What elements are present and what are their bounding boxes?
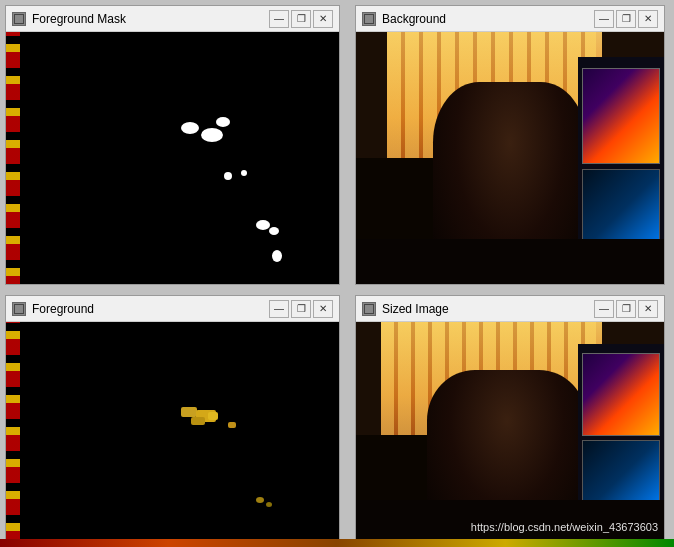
sized-image-content: https://blog.csdn.net/weixin_43673603 — [356, 322, 664, 539]
sized-image-titlebar: Sized Image — ❐ ✕ — [356, 296, 664, 322]
background-camera — [356, 32, 664, 284]
foreground-title: Foreground — [32, 302, 269, 316]
fg-spot-6 — [256, 497, 264, 503]
sized-image-title: Sized Image — [382, 302, 594, 316]
svg-rect-1 — [15, 15, 23, 23]
foreground-icon — [12, 302, 26, 316]
mask-spot-3 — [216, 117, 230, 127]
background-window: Background — ❐ ✕ — [355, 5, 665, 285]
background-minimize-button[interactable]: — — [594, 10, 614, 28]
mask-spot-8 — [272, 250, 282, 262]
background-icon — [362, 12, 376, 26]
fg-spot-1 — [181, 407, 197, 417]
background-titlebar: Background — ❐ ✕ — [356, 6, 664, 32]
sized-image-camera: https://blog.csdn.net/weixin_43673603 — [356, 322, 664, 539]
svg-rect-3 — [365, 15, 373, 23]
foreground-mask-close-button[interactable]: ✕ — [313, 10, 333, 28]
foreground-mask-restore-button[interactable]: ❐ — [291, 10, 311, 28]
mask-spot-4 — [224, 172, 232, 180]
mask-spot-1 — [181, 122, 199, 134]
fg-sidebar-strip — [6, 322, 20, 539]
mask-spot-5 — [241, 170, 247, 176]
foreground-close-button[interactable]: ✕ — [313, 300, 333, 318]
sized-image-restore-button[interactable]: ❐ — [616, 300, 636, 318]
foreground-mask-titlebar: Foreground Mask — ❐ ✕ — [6, 6, 339, 32]
foreground-titlebar: Foreground — ❐ ✕ — [6, 296, 339, 322]
foreground-mask-content — [6, 32, 339, 284]
left-sidebar-strip — [6, 32, 20, 284]
watermark: https://blog.csdn.net/weixin_43673603 — [471, 521, 658, 533]
svg-rect-5 — [15, 305, 23, 313]
background-title: Background — [382, 12, 594, 26]
mask-spot-6 — [256, 220, 270, 230]
background-close-button[interactable]: ✕ — [638, 10, 658, 28]
sized-image-controls: — ❐ ✕ — [594, 300, 658, 318]
fg-spot-4 — [208, 412, 218, 420]
background-controls: — ❐ ✕ — [594, 10, 658, 28]
sized-image-minimize-button[interactable]: — — [594, 300, 614, 318]
foreground-canvas — [6, 322, 339, 539]
fg-spot-5 — [228, 422, 236, 428]
svg-rect-7 — [365, 305, 373, 313]
foreground-window: Foreground — ❐ ✕ — [5, 295, 340, 540]
foreground-content — [6, 322, 339, 539]
foreground-mask-window: Foreground Mask — ❐ ✕ — [5, 5, 340, 285]
fg-spot-3 — [191, 417, 205, 425]
mask-spot-2 — [201, 128, 223, 142]
taskbar-strip — [0, 539, 674, 547]
sized-image-close-button[interactable]: ✕ — [638, 300, 658, 318]
foreground-mask-minimize-button[interactable]: — — [269, 10, 289, 28]
foreground-mask-controls: — ❐ ✕ — [269, 10, 333, 28]
sized-image-window: Sized Image — ❐ ✕ https://blog.csdn.net/… — [355, 295, 665, 540]
sized-image-icon — [362, 302, 376, 316]
mask-spot-7 — [269, 227, 279, 235]
foreground-mask-title: Foreground Mask — [32, 12, 269, 26]
background-content — [356, 32, 664, 284]
fg-spot-7 — [266, 502, 272, 507]
foreground-minimize-button[interactable]: — — [269, 300, 289, 318]
background-restore-button[interactable]: ❐ — [616, 10, 636, 28]
foreground-mask-icon — [12, 12, 26, 26]
foreground-controls: — ❐ ✕ — [269, 300, 333, 318]
foreground-mask-canvas — [6, 32, 339, 284]
foreground-restore-button[interactable]: ❐ — [291, 300, 311, 318]
